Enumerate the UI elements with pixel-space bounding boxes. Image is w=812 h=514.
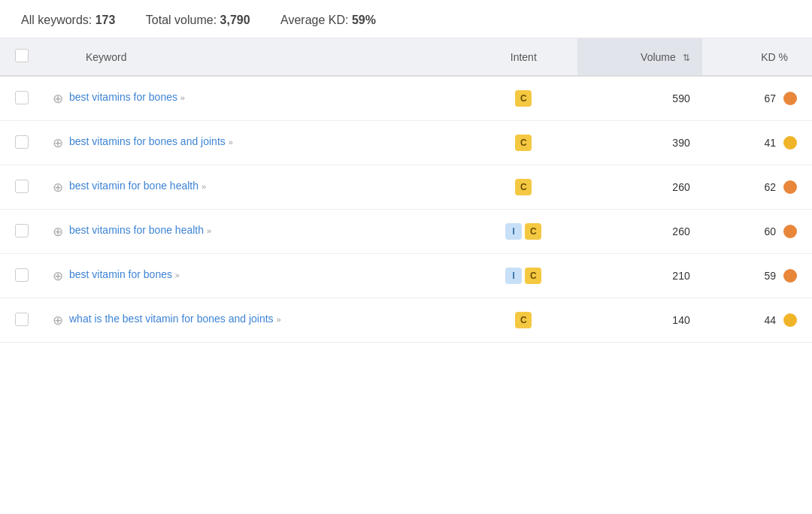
intent-cell: C — [470, 76, 577, 121]
kd-header: KD % — [702, 38, 812, 76]
row-checkbox-cell — [0, 165, 41, 210]
keyword-link[interactable]: ⊕best vitamins for bones » — [53, 90, 458, 107]
keywords-table: Keyword Intent Volume ⇅ KD % ⊕best vitam… — [0, 38, 812, 343]
intent-header: Intent — [470, 38, 577, 76]
intent-badge-c: C — [525, 268, 541, 284]
volume-cell: 590 — [577, 76, 702, 121]
volume-cell: 390 — [577, 121, 702, 165]
keyword-header: Keyword — [41, 38, 470, 76]
kd-value: 60 — [759, 225, 776, 237]
volume-cell: 260 — [577, 210, 702, 254]
kd-wrapper: 67 — [759, 92, 797, 105]
keyword-cell: ⊕best vitamins for bone health » — [41, 210, 470, 254]
table-row: ⊕best vitamin for bone health »C26062 — [0, 165, 812, 210]
keyword-text: best vitamins for bones and joints » — [69, 135, 233, 150]
keyword-text: best vitamins for bone health » — [69, 223, 211, 238]
keyword-chevron: » — [207, 226, 211, 235]
keyword-link[interactable]: ⊕best vitamin for bones » — [53, 268, 458, 284]
intent-badge-c: C — [515, 90, 532, 107]
volume-sort-icon[interactable]: ⇅ — [683, 53, 690, 63]
intent-badge-i: I — [505, 223, 522, 240]
kd-dot — [783, 313, 797, 327]
intent-cell: IC — [470, 254, 577, 298]
expand-icon[interactable]: ⊕ — [53, 180, 63, 195]
kd-cell: 59 — [702, 254, 812, 298]
keyword-cell: ⊕best vitamins for bones and joints » — [41, 121, 470, 165]
kd-dot — [783, 92, 797, 105]
row-checkbox-cell — [0, 76, 41, 121]
intent-badge-i: I — [505, 268, 522, 284]
expand-icon[interactable]: ⊕ — [53, 135, 63, 151]
kd-wrapper: 62 — [759, 180, 797, 194]
volume-cell: 260 — [577, 165, 702, 210]
kd-cell: 44 — [702, 298, 812, 343]
row-checkbox[interactable] — [15, 180, 29, 193]
kd-dot — [783, 136, 797, 150]
all-keywords-value: 173 — [95, 14, 116, 26]
kd-cell: 41 — [702, 121, 812, 165]
keyword-link[interactable]: ⊕what is the best vitamin for bones and … — [53, 312, 458, 328]
expand-icon[interactable]: ⊕ — [53, 313, 63, 328]
intent-badge-c: C — [515, 135, 532, 151]
summary-bar: All keywords: 173 Total volume: 3,790 Av… — [0, 0, 812, 38]
row-checkbox[interactable] — [15, 224, 29, 237]
intent-cell: C — [470, 298, 577, 343]
kd-dot — [783, 180, 797, 194]
keyword-link[interactable]: ⊕best vitamins for bone health » — [53, 223, 458, 240]
keyword-text: best vitamins for bones » — [69, 90, 185, 105]
keyword-chevron: » — [229, 138, 233, 147]
intent-badge-c: C — [515, 312, 532, 328]
intent-cell: C — [470, 121, 577, 165]
kd-value: 62 — [759, 181, 776, 193]
row-checkbox[interactable] — [15, 135, 29, 149]
keyword-cell: ⊕what is the best vitamin for bones and … — [41, 298, 470, 343]
avg-kd-value: 59% — [352, 14, 376, 26]
kd-cell: 62 — [702, 165, 812, 210]
kd-value: 44 — [759, 314, 776, 326]
kd-dot — [783, 225, 797, 238]
row-checkbox[interactable] — [15, 313, 29, 326]
kd-cell: 67 — [702, 76, 812, 121]
kd-dot — [783, 269, 797, 283]
avg-kd-label: Average KD: — [280, 14, 348, 26]
row-checkbox[interactable] — [15, 268, 29, 282]
select-all-checkbox[interactable] — [15, 49, 29, 62]
row-checkbox-cell — [0, 210, 41, 254]
expand-icon[interactable]: ⊕ — [53, 224, 63, 240]
keyword-text: best vitamin for bone health » — [69, 179, 206, 194]
all-keywords-label: All keywords: — [21, 14, 92, 26]
intent-cell: C — [470, 165, 577, 210]
table-row: ⊕what is the best vitamin for bones and … — [0, 298, 812, 343]
expand-icon[interactable]: ⊕ — [53, 268, 63, 284]
volume-cell: 210 — [577, 254, 702, 298]
keyword-chevron: » — [276, 315, 280, 324]
keyword-chevron: » — [180, 93, 185, 102]
row-checkbox-cell — [0, 254, 41, 298]
select-all-header[interactable] — [0, 38, 41, 76]
total-volume-label: Total volume: — [146, 14, 217, 26]
keyword-link[interactable]: ⊕best vitamins for bones and joints » — [53, 135, 458, 151]
volume-cell: 140 — [577, 298, 702, 343]
kd-value: 41 — [759, 137, 776, 149]
intent-badge-c: C — [525, 223, 541, 240]
kd-value: 59 — [759, 270, 776, 282]
intent-cell: IC — [470, 210, 577, 254]
keyword-cell: ⊕best vitamin for bone health » — [41, 165, 470, 210]
keyword-text: best vitamin for bones » — [69, 268, 180, 283]
kd-cell: 60 — [702, 210, 812, 254]
keyword-chevron: » — [175, 271, 180, 280]
kd-value: 67 — [759, 92, 776, 104]
keyword-link[interactable]: ⊕best vitamin for bone health » — [53, 179, 458, 195]
keyword-cell: ⊕best vitamin for bones » — [41, 254, 470, 298]
kd-wrapper: 44 — [759, 313, 797, 327]
keyword-cell: ⊕best vitamins for bones » — [41, 76, 470, 121]
table-row: ⊕best vitamin for bones »IC21059 — [0, 254, 812, 298]
keyword-text: what is the best vitamin for bones and j… — [69, 312, 281, 327]
expand-icon[interactable]: ⊕ — [53, 91, 63, 107]
volume-header[interactable]: Volume ⇅ — [577, 38, 702, 76]
table-row: ⊕best vitamins for bones and joints »C39… — [0, 121, 812, 165]
row-checkbox-cell — [0, 298, 41, 343]
row-checkbox[interactable] — [15, 91, 29, 104]
table-row: ⊕best vitamins for bone health »IC26060 — [0, 210, 812, 254]
table-header-row: Keyword Intent Volume ⇅ KD % — [0, 38, 812, 76]
